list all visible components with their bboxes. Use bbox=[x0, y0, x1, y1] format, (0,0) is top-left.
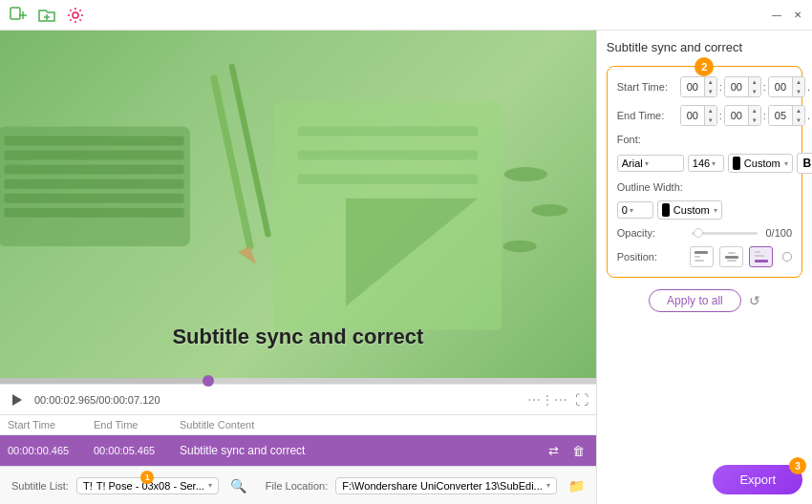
outline-color-chevron-icon: ▾ bbox=[714, 206, 717, 215]
file-path-value: F:\Wondershare UniConverter 13\SubEdi... bbox=[342, 480, 543, 492]
end-minutes-field[interactable] bbox=[725, 106, 748, 125]
add-folder-icon[interactable] bbox=[36, 5, 57, 26]
start-seconds-input[interactable]: ▲ ▼ bbox=[768, 76, 805, 97]
size-chevron-icon: ▾ bbox=[712, 159, 716, 168]
progress-bar[interactable] bbox=[0, 378, 596, 384]
end-hours-down[interactable]: ▼ bbox=[705, 116, 716, 125]
outline-width-select[interactable]: 0 ▾ bbox=[617, 201, 653, 219]
font-color-swatch bbox=[733, 157, 740, 170]
start-min-up[interactable]: ▲ bbox=[749, 77, 760, 87]
svg-rect-0 bbox=[11, 8, 20, 19]
outline-chevron-icon: ▾ bbox=[630, 206, 633, 215]
end-hours-field[interactable] bbox=[681, 106, 704, 125]
svg-point-22 bbox=[532, 204, 568, 217]
minimize-button[interactable]: — bbox=[770, 9, 783, 22]
position-center-button[interactable] bbox=[719, 246, 743, 267]
row-content: Subtitle sync and correct bbox=[180, 444, 545, 457]
end-time-label: End Time: bbox=[617, 110, 676, 121]
file-path-select[interactable]: F:\Wondershare UniConverter 13\SubEdi...… bbox=[335, 477, 557, 494]
end-seconds-input[interactable]: ▲ ▼ bbox=[768, 105, 805, 126]
time-display: 00:00:02.965/00:00:07.120 bbox=[34, 394, 520, 406]
bold-button[interactable]: B bbox=[797, 153, 812, 174]
start-seconds-field[interactable] bbox=[769, 77, 792, 96]
svg-rect-19 bbox=[298, 175, 478, 184]
table-header: Start Time End Time Subtitle Content bbox=[0, 415, 596, 435]
position-bottom-button[interactable] bbox=[749, 246, 773, 267]
svg-rect-33 bbox=[755, 255, 764, 257]
end-sec-down[interactable]: ▼ bbox=[793, 116, 804, 125]
colon-6: . bbox=[807, 110, 810, 121]
bottom-bar: Subtitle List: 1 T! T! Pose - 03x08 - Se… bbox=[0, 466, 596, 504]
end-min-up[interactable]: ▲ bbox=[749, 106, 760, 116]
start-hours-down[interactable]: ▼ bbox=[705, 87, 716, 96]
svg-line-13 bbox=[214, 78, 250, 246]
svg-rect-27 bbox=[694, 260, 704, 262]
svg-rect-8 bbox=[4, 151, 183, 160]
svg-rect-7 bbox=[4, 136, 183, 145]
svg-line-14 bbox=[232, 67, 268, 235]
svg-marker-24 bbox=[12, 394, 22, 406]
end-hours-input[interactable]: ▲ ▼ bbox=[680, 105, 717, 126]
svg-rect-17 bbox=[298, 126, 478, 136]
start-sec-up[interactable]: ▲ bbox=[793, 77, 804, 87]
row-sync-button[interactable]: ⇄ bbox=[545, 441, 564, 460]
add-file-icon[interactable] bbox=[8, 5, 29, 26]
folder-icon[interactable]: 📁 bbox=[568, 478, 585, 494]
colon-4: : bbox=[719, 110, 722, 121]
end-min-down[interactable]: ▼ bbox=[749, 116, 760, 125]
settings-icon[interactable] bbox=[65, 5, 86, 26]
panel-title: Subtitle sync and correct bbox=[607, 40, 802, 54]
svg-rect-30 bbox=[727, 260, 737, 262]
opacity-thumb[interactable] bbox=[694, 228, 703, 238]
end-sec-up[interactable]: ▲ bbox=[793, 106, 804, 116]
subtitle-select-icon: T! bbox=[83, 480, 93, 492]
row-delete-button[interactable]: 🗑 bbox=[569, 441, 588, 460]
start-hours-field[interactable] bbox=[681, 77, 704, 96]
search-button[interactable]: 🔍 bbox=[230, 478, 246, 494]
start-hours-up[interactable]: ▲ bbox=[705, 77, 716, 87]
refresh-icon[interactable]: ↺ bbox=[749, 293, 760, 308]
main-content: Subtitle sync and correct 00:00:02.965/0… bbox=[0, 31, 812, 504]
start-sec-down[interactable]: ▼ bbox=[793, 87, 804, 96]
start-min-down[interactable]: ▼ bbox=[749, 87, 760, 96]
font-color-select[interactable]: Custom ▾ bbox=[728, 154, 793, 173]
font-label: Font: bbox=[617, 134, 684, 145]
end-seconds-field[interactable] bbox=[769, 106, 792, 125]
font-chevron-icon: ▾ bbox=[645, 159, 649, 168]
fullscreen-icon[interactable]: ⛶ bbox=[575, 392, 588, 408]
close-button[interactable]: ✕ bbox=[791, 9, 804, 22]
right-panel: Subtitle sync and correct 2 Start Time: … bbox=[596, 31, 812, 504]
svg-rect-31 bbox=[755, 260, 768, 262]
svg-rect-29 bbox=[728, 252, 736, 254]
svg-point-23 bbox=[503, 241, 537, 253]
opacity-slider[interactable] bbox=[692, 232, 759, 235]
svg-rect-9 bbox=[4, 165, 183, 175]
col-header-end: End Time bbox=[94, 419, 180, 430]
file-chevron-icon: ▾ bbox=[546, 481, 550, 490]
font-controls-row: Arial ▾ 146 ▾ Custom ▾ B I U bbox=[617, 153, 792, 174]
end-minutes-input[interactable]: ▲ ▼ bbox=[724, 105, 761, 126]
table-row[interactable]: 00:00:00.465 00:00:05.465 Subtitle sync … bbox=[0, 435, 596, 466]
start-minutes-field[interactable] bbox=[725, 77, 748, 96]
colon-2: : bbox=[763, 81, 766, 93]
font-family-select[interactable]: Arial ▾ bbox=[617, 155, 684, 172]
apply-all-button[interactable]: Apply to all bbox=[649, 289, 741, 312]
outline-row: Outline Width: bbox=[617, 181, 792, 193]
font-size-select[interactable]: 146 ▾ bbox=[688, 155, 724, 172]
start-hours-input[interactable]: ▲ ▼ bbox=[680, 76, 717, 97]
titlebar-icons bbox=[8, 5, 86, 26]
position-custom-button[interactable] bbox=[782, 252, 792, 262]
start-minutes-input[interactable]: ▲ ▼ bbox=[724, 76, 761, 97]
svg-rect-18 bbox=[298, 151, 478, 160]
left-panel: Subtitle sync and correct 00:00:02.965/0… bbox=[0, 31, 596, 504]
chevron-down-icon: ▾ bbox=[208, 481, 212, 490]
outline-label: Outline Width: bbox=[617, 181, 684, 193]
play-button[interactable] bbox=[8, 390, 27, 410]
colon-3: . bbox=[807, 81, 810, 93]
waveform-icon: ⋯⋮⋯ bbox=[527, 392, 567, 408]
end-hours-up[interactable]: ▲ bbox=[705, 106, 716, 116]
position-top-left-button[interactable] bbox=[690, 246, 714, 267]
export-button[interactable]: 3 Export bbox=[713, 465, 802, 494]
outline-color-select[interactable]: Custom ▾ bbox=[657, 200, 722, 220]
subtitle-list-select[interactable]: 1 T! T! Pose - 03x08 - Ser... ▾ bbox=[76, 477, 219, 494]
